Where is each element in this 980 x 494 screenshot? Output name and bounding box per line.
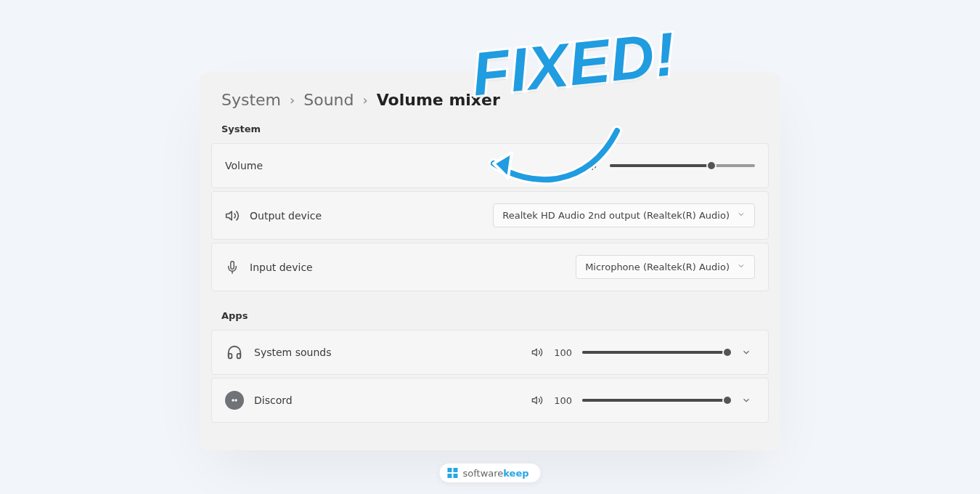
discord-icon: [225, 391, 244, 410]
svg-marker-1: [226, 211, 232, 220]
output-selected-value: Realtek HD Audio 2nd output (Realtek(R) …: [502, 210, 730, 221]
input-device-select[interactable]: Microphone (Realtek(R) Audio): [576, 255, 755, 279]
expand-row-button[interactable]: [738, 344, 755, 361]
headphones-icon: [225, 343, 244, 362]
chevron-right-icon: ›: [290, 92, 295, 108]
settings-panel: System › Sound › Volume mixer System Vol…: [200, 73, 780, 450]
output-label: Output device: [250, 210, 322, 222]
app-name: System sounds: [254, 347, 331, 358]
app-volume-value: 100: [553, 395, 572, 406]
chevron-right-icon: ›: [363, 92, 368, 108]
speaker-icon[interactable]: [531, 347, 543, 358]
section-label-system: System: [200, 116, 780, 140]
app-volume-slider[interactable]: [582, 399, 727, 402]
expand-row-button[interactable]: [738, 392, 755, 409]
speaker-icon[interactable]: [531, 394, 543, 406]
volume-slider[interactable]: [610, 164, 755, 167]
svg-point-5: [234, 399, 237, 401]
brand-text: softwarekeep: [462, 468, 528, 479]
row-output-device: Output device Realtek HD Audio 2nd outpu…: [211, 191, 769, 240]
input-selected-value: Microphone (Realtek(R) Audio): [585, 262, 730, 272]
row-app-discord: Discord 100: [211, 378, 769, 423]
breadcrumb-current: Volume mixer: [377, 91, 500, 109]
breadcrumb-sound[interactable]: Sound: [303, 91, 354, 109]
breadcrumb-root[interactable]: System: [221, 91, 281, 109]
speaker-icon[interactable]: [587, 159, 600, 172]
chevron-down-icon: [737, 262, 746, 272]
brand-logo-icon: [446, 467, 458, 479]
app-volume-slider[interactable]: [582, 351, 727, 354]
svg-marker-6: [532, 397, 536, 403]
svg-marker-0: [588, 162, 593, 170]
svg-rect-8: [453, 468, 457, 472]
svg-marker-3: [532, 349, 536, 355]
output-device-select[interactable]: Realtek HD Audio 2nd output (Realtek(R) …: [493, 203, 755, 227]
row-app-system-sounds: System sounds 100: [211, 330, 769, 375]
microphone-icon: [225, 261, 240, 274]
svg-rect-9: [447, 474, 452, 478]
speaker-out-icon: [225, 208, 240, 223]
brand-badge: softwarekeep: [439, 463, 540, 482]
row-input-device: Input device Microphone (Realtek(R) Audi…: [211, 243, 769, 291]
breadcrumb: System › Sound › Volume mixer: [200, 91, 780, 116]
svg-point-4: [232, 399, 234, 401]
section-label-apps: Apps: [200, 303, 780, 327]
app-volume-value: 100: [553, 347, 572, 358]
chevron-down-icon: [737, 210, 746, 221]
row-master-volume: Volume: [211, 143, 769, 188]
app-name: Discord: [254, 394, 293, 406]
input-label: Input device: [250, 262, 313, 273]
volume-label: Volume: [225, 160, 263, 171]
svg-rect-7: [447, 468, 452, 472]
svg-rect-10: [453, 474, 457, 478]
